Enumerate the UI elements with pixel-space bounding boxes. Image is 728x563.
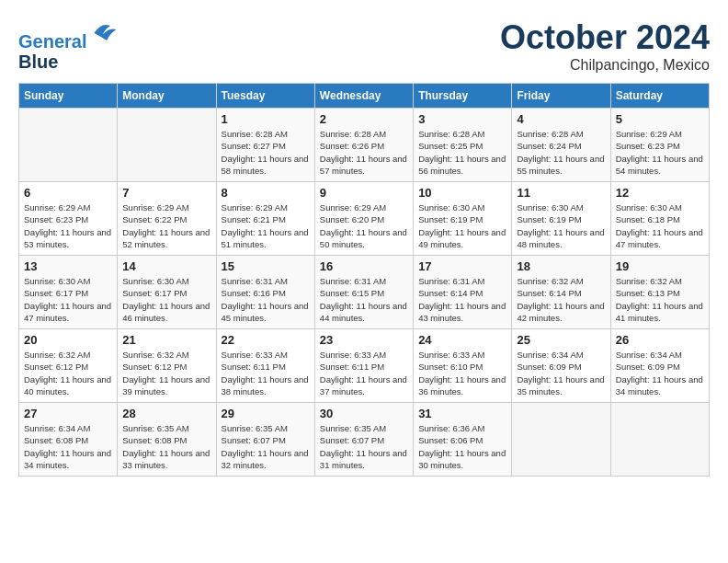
- calendar-cell: 23Sunrise: 6:33 AM Sunset: 6:11 PM Dayli…: [314, 329, 413, 403]
- day-number: 6: [24, 186, 112, 200]
- day-number: 23: [320, 333, 408, 347]
- calendar-cell: [512, 403, 610, 477]
- calendar-week-row: 27Sunrise: 6:34 AM Sunset: 6:08 PM Dayli…: [19, 403, 710, 477]
- weekday-header: Friday: [512, 84, 610, 109]
- day-info: Sunrise: 6:35 AM Sunset: 6:07 PM Dayligh…: [222, 422, 310, 471]
- title-block: October 2024 Chilpancingo, Mexico: [500, 18, 710, 74]
- day-number: 22: [222, 333, 310, 347]
- day-info: Sunrise: 6:29 AM Sunset: 6:21 PM Dayligh…: [222, 201, 310, 250]
- weekday-header: Thursday: [414, 84, 512, 109]
- calendar-cell: 27Sunrise: 6:34 AM Sunset: 6:08 PM Dayli…: [19, 403, 118, 477]
- calendar-cell: 24Sunrise: 6:33 AM Sunset: 6:10 PM Dayli…: [414, 329, 512, 403]
- calendar-body: 1Sunrise: 6:28 AM Sunset: 6:27 PM Daylig…: [19, 109, 710, 477]
- calendar-cell: 22Sunrise: 6:33 AM Sunset: 6:11 PM Dayli…: [216, 329, 314, 403]
- calendar-cell: 5Sunrise: 6:29 AM Sunset: 6:23 PM Daylig…: [610, 109, 709, 182]
- day-info: Sunrise: 6:30 AM Sunset: 6:18 PM Dayligh…: [616, 201, 704, 250]
- calendar-table: SundayMondayTuesdayWednesdayThursdayFrid…: [18, 83, 710, 477]
- weekday-header: Monday: [118, 84, 216, 109]
- day-number: 28: [122, 407, 210, 420]
- day-number: 24: [418, 333, 506, 347]
- day-number: 2: [320, 112, 408, 126]
- day-number: 18: [517, 259, 605, 273]
- calendar-cell: 17Sunrise: 6:31 AM Sunset: 6:14 PM Dayli…: [414, 256, 512, 329]
- day-info: Sunrise: 6:31 AM Sunset: 6:15 PM Dayligh…: [320, 275, 408, 324]
- day-info: Sunrise: 6:28 AM Sunset: 6:26 PM Dayligh…: [320, 128, 408, 177]
- day-number: 29: [222, 407, 310, 420]
- day-info: Sunrise: 6:29 AM Sunset: 6:22 PM Dayligh…: [122, 201, 210, 250]
- calendar-cell: 19Sunrise: 6:32 AM Sunset: 6:13 PM Dayli…: [610, 256, 709, 329]
- calendar-cell: 25Sunrise: 6:34 AM Sunset: 6:09 PM Dayli…: [512, 329, 610, 403]
- calendar-cell: 6Sunrise: 6:29 AM Sunset: 6:23 PM Daylig…: [19, 182, 118, 256]
- day-info: Sunrise: 6:32 AM Sunset: 6:12 PM Dayligh…: [24, 349, 112, 397]
- day-info: Sunrise: 6:35 AM Sunset: 6:07 PM Dayligh…: [320, 422, 408, 471]
- day-info: Sunrise: 6:32 AM Sunset: 6:12 PM Dayligh…: [122, 349, 210, 397]
- day-info: Sunrise: 6:28 AM Sunset: 6:24 PM Dayligh…: [517, 128, 605, 177]
- calendar-cell: 13Sunrise: 6:30 AM Sunset: 6:17 PM Dayli…: [19, 256, 118, 329]
- calendar-cell: 8Sunrise: 6:29 AM Sunset: 6:21 PM Daylig…: [216, 182, 314, 256]
- day-info: Sunrise: 6:29 AM Sunset: 6:23 PM Dayligh…: [616, 128, 704, 177]
- weekday-row: SundayMondayTuesdayWednesdayThursdayFrid…: [19, 84, 710, 109]
- month-title: October 2024: [500, 18, 710, 57]
- calendar-cell: 11Sunrise: 6:30 AM Sunset: 6:19 PM Dayli…: [512, 182, 610, 256]
- calendar-cell: 20Sunrise: 6:32 AM Sunset: 6:12 PM Dayli…: [19, 329, 118, 403]
- day-info: Sunrise: 6:30 AM Sunset: 6:17 PM Dayligh…: [122, 275, 210, 324]
- day-number: 21: [122, 333, 210, 347]
- calendar-header: SundayMondayTuesdayWednesdayThursdayFrid…: [19, 84, 710, 109]
- day-info: Sunrise: 6:34 AM Sunset: 6:09 PM Dayligh…: [517, 349, 605, 397]
- calendar-cell: 2Sunrise: 6:28 AM Sunset: 6:26 PM Daylig…: [314, 109, 413, 182]
- day-number: 12: [616, 186, 704, 200]
- day-number: 1: [222, 112, 310, 126]
- calendar-week-row: 6Sunrise: 6:29 AM Sunset: 6:23 PM Daylig…: [19, 182, 710, 256]
- day-info: Sunrise: 6:33 AM Sunset: 6:10 PM Dayligh…: [418, 349, 506, 397]
- day-info: Sunrise: 6:33 AM Sunset: 6:11 PM Dayligh…: [320, 349, 408, 397]
- day-number: 25: [517, 333, 605, 347]
- calendar-cell: 14Sunrise: 6:30 AM Sunset: 6:17 PM Dayli…: [118, 256, 216, 329]
- day-info: Sunrise: 6:29 AM Sunset: 6:23 PM Dayligh…: [24, 201, 112, 250]
- day-number: 20: [24, 333, 112, 347]
- day-number: 7: [122, 186, 210, 200]
- page-header: GeneralBlue October 2024 Chilpancingo, M…: [18, 18, 710, 74]
- day-info: Sunrise: 6:35 AM Sunset: 6:08 PM Dayligh…: [122, 422, 210, 471]
- calendar-cell: 31Sunrise: 6:36 AM Sunset: 6:06 PM Dayli…: [414, 403, 512, 477]
- day-number: 11: [517, 186, 605, 200]
- day-number: 30: [320, 407, 408, 420]
- logo-bird-icon: [88, 18, 118, 48]
- calendar-cell: 4Sunrise: 6:28 AM Sunset: 6:24 PM Daylig…: [512, 109, 610, 182]
- calendar-cell: 7Sunrise: 6:29 AM Sunset: 6:22 PM Daylig…: [118, 182, 216, 256]
- day-info: Sunrise: 6:30 AM Sunset: 6:19 PM Dayligh…: [418, 201, 506, 250]
- day-info: Sunrise: 6:28 AM Sunset: 6:27 PM Dayligh…: [222, 128, 310, 177]
- calendar-week-row: 1Sunrise: 6:28 AM Sunset: 6:27 PM Daylig…: [19, 109, 710, 182]
- day-number: 14: [122, 259, 210, 273]
- calendar-cell: 3Sunrise: 6:28 AM Sunset: 6:25 PM Daylig…: [414, 109, 512, 182]
- day-number: 19: [616, 259, 704, 273]
- calendar-cell: 18Sunrise: 6:32 AM Sunset: 6:14 PM Dayli…: [512, 256, 610, 329]
- day-number: 16: [320, 259, 408, 273]
- day-info: Sunrise: 6:30 AM Sunset: 6:19 PM Dayligh…: [517, 201, 605, 250]
- day-info: Sunrise: 6:34 AM Sunset: 6:08 PM Dayligh…: [24, 422, 112, 471]
- day-info: Sunrise: 6:28 AM Sunset: 6:25 PM Dayligh…: [418, 128, 506, 177]
- day-number: 9: [320, 186, 408, 200]
- day-number: 4: [517, 112, 605, 126]
- weekday-header: Tuesday: [216, 84, 314, 109]
- calendar-cell: 29Sunrise: 6:35 AM Sunset: 6:07 PM Dayli…: [216, 403, 314, 477]
- day-info: Sunrise: 6:30 AM Sunset: 6:17 PM Dayligh…: [24, 275, 112, 324]
- logo: GeneralBlue: [18, 18, 118, 72]
- calendar-cell: 28Sunrise: 6:35 AM Sunset: 6:08 PM Dayli…: [118, 403, 216, 477]
- calendar-cell: [118, 109, 216, 182]
- day-number: 3: [418, 112, 506, 126]
- day-info: Sunrise: 6:31 AM Sunset: 6:14 PM Dayligh…: [418, 275, 506, 324]
- day-info: Sunrise: 6:31 AM Sunset: 6:16 PM Dayligh…: [222, 275, 310, 324]
- weekday-header: Wednesday: [314, 84, 413, 109]
- day-info: Sunrise: 6:29 AM Sunset: 6:20 PM Dayligh…: [320, 201, 408, 250]
- calendar-cell: [19, 109, 118, 182]
- day-number: 31: [418, 407, 506, 420]
- day-info: Sunrise: 6:32 AM Sunset: 6:13 PM Dayligh…: [616, 275, 704, 324]
- calendar-cell: 15Sunrise: 6:31 AM Sunset: 6:16 PM Dayli…: [216, 256, 314, 329]
- day-number: 8: [222, 186, 310, 200]
- location-subtitle: Chilpancingo, Mexico: [500, 57, 710, 74]
- calendar-cell: 1Sunrise: 6:28 AM Sunset: 6:27 PM Daylig…: [216, 109, 314, 182]
- day-info: Sunrise: 6:34 AM Sunset: 6:09 PM Dayligh…: [616, 349, 704, 397]
- day-number: 5: [616, 112, 704, 126]
- calendar-cell: 10Sunrise: 6:30 AM Sunset: 6:19 PM Dayli…: [414, 182, 512, 256]
- day-number: 13: [24, 259, 112, 273]
